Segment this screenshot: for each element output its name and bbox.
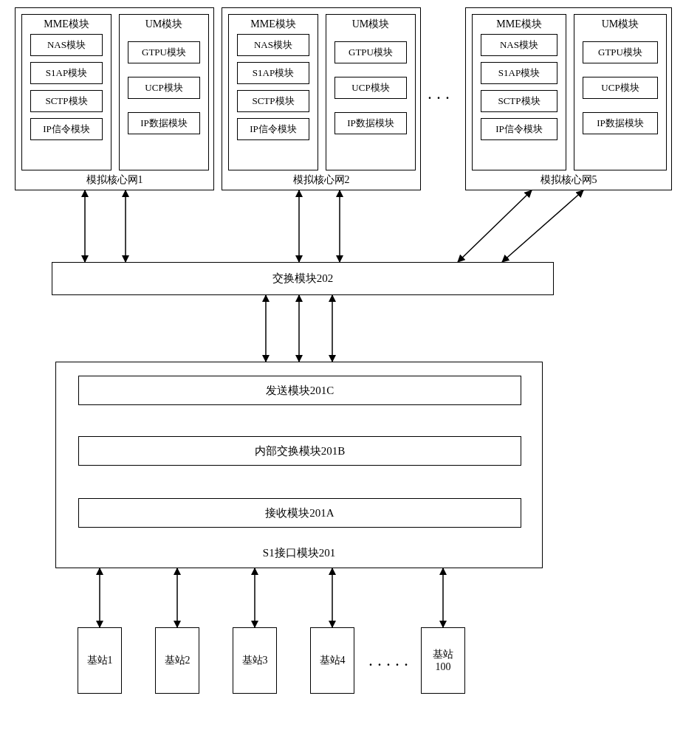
mme-title: MME模块 (229, 15, 318, 34)
ip-data-module: IP数据模块 (583, 112, 658, 134)
s1-outer-label: S1接口模块201 (56, 546, 542, 560)
core-net-5-label: 模拟核心网5 (466, 173, 671, 187)
ip-data-module: IP数据模块 (128, 112, 200, 134)
base-station-1: 基站1 (78, 627, 122, 694)
ucp-module: UCP模块 (128, 77, 200, 99)
sctp-module: SCTP模块 (237, 90, 309, 112)
um-module-1: UM模块 GTPU模块 UCP模块 IP数据模块 (119, 14, 209, 170)
gtpu-module: GTPU模块 (334, 41, 407, 63)
nas-module: NAS模块 (30, 34, 103, 56)
receive-module-201a: 接收模块201A (78, 498, 521, 528)
um-title: UM模块 (326, 15, 415, 34)
ellipsis-bs: . . . . . (369, 655, 409, 669)
ip-signaling-module: IP信令模块 (481, 118, 557, 140)
um-module-5: UM模块 GTPU模块 UCP模块 IP数据模块 (574, 14, 667, 170)
nas-module: NAS模块 (481, 34, 557, 56)
gtpu-module: GTPU模块 (128, 41, 200, 63)
base-station-100: 基站 100 (421, 627, 465, 694)
mme-module-2: MME模块 NAS模块 S1AP模块 SCTP模块 IP信令模块 (228, 14, 318, 170)
ellipsis-core: . . . (428, 89, 450, 102)
send-module-201c: 发送模块201C (78, 376, 521, 405)
ip-signaling-module: IP信令模块 (30, 118, 103, 140)
base-station-3: 基站3 (233, 627, 277, 694)
exchange-module-202: 交换模块202 (52, 262, 554, 295)
nas-module: NAS模块 (237, 34, 309, 56)
ucp-module: UCP模块 (583, 77, 658, 99)
um-title: UM模块 (574, 15, 666, 34)
internal-exchange-module-201b: 内部交换模块201B (78, 436, 521, 466)
ip-signaling-module: IP信令模块 (237, 118, 309, 140)
ucp-module: UCP模块 (334, 77, 407, 99)
mme-module-5: MME模块 NAS模块 S1AP模块 SCTP模块 IP信令模块 (472, 14, 566, 170)
s1ap-module: S1AP模块 (481, 62, 557, 84)
sctp-module: SCTP模块 (481, 90, 557, 112)
um-title: UM模块 (120, 15, 208, 34)
core-net-1: MME模块 NAS模块 S1AP模块 SCTP模块 IP信令模块 UM模块 GT… (15, 7, 214, 190)
mme-module-1: MME模块 NAS模块 S1AP模块 SCTP模块 IP信令模块 (21, 14, 111, 170)
s1ap-module: S1AP模块 (30, 62, 103, 84)
ip-data-module: IP数据模块 (334, 112, 407, 134)
gtpu-module: GTPU模块 (583, 41, 658, 63)
s1ap-module: S1AP模块 (237, 62, 309, 84)
base-station-2: 基站2 (155, 627, 199, 694)
core-net-2: MME模块 NAS模块 S1AP模块 SCTP模块 IP信令模块 UM模块 GT… (222, 7, 421, 190)
bs-label-100: 基站 100 (433, 648, 453, 673)
um-module-2: UM模块 GTPU模块 UCP模块 IP数据模块 (326, 14, 416, 170)
core-net-2-label: 模拟核心网2 (222, 173, 420, 187)
svg-line-4 (458, 190, 532, 262)
diagram-canvas: MME模块 NAS模块 S1AP模块 SCTP模块 IP信令模块 UM模块 GT… (0, 0, 700, 738)
sctp-module: SCTP模块 (30, 90, 103, 112)
mme-title: MME模块 (473, 15, 566, 34)
svg-line-5 (502, 190, 583, 262)
base-station-4: 基站4 (310, 627, 354, 694)
core-net-1-label: 模拟核心网1 (16, 173, 213, 187)
s1-interface-module-201: 发送模块201C 内部交换模块201B 接收模块201A S1接口模块201 (55, 362, 543, 568)
mme-title: MME模块 (22, 15, 111, 34)
core-net-5: MME模块 NAS模块 S1AP模块 SCTP模块 IP信令模块 UM模块 GT… (465, 7, 672, 190)
